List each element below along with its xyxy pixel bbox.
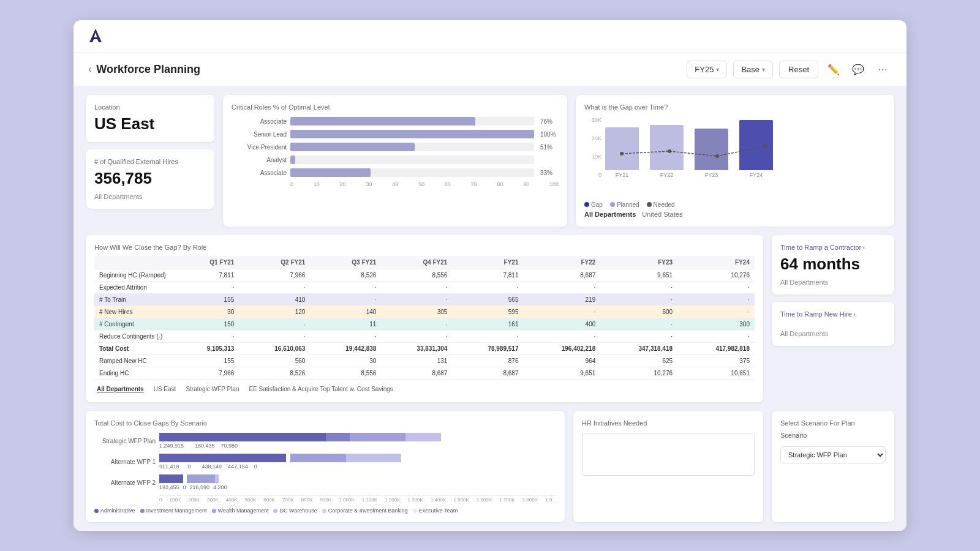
hr-initiatives-title: HR Initiatives Needed: [582, 419, 755, 427]
back-button[interactable]: ‹: [88, 64, 91, 75]
ramp-hire-link[interactable]: Time to Ramp New Hire ›: [780, 310, 886, 318]
close-gap-table-wrap: Q1 FY21 Q2 FY21 Q3 FY21 Q4 FY21 FY21 FY2…: [94, 256, 755, 380]
reset-button[interactable]: Reset: [779, 61, 818, 78]
scenario-legend: Administrative Investment Management Wea…: [94, 508, 556, 514]
filter-strategic[interactable]: Strategic WFP Plan: [183, 384, 241, 394]
col-header-label: [94, 256, 174, 269]
hires-value: 356,785: [94, 169, 206, 188]
location-title: Location: [94, 103, 206, 111]
table-row: # Contingent150·11·161400·300: [94, 318, 755, 331]
table-row: Expected Attrition········: [94, 282, 755, 294]
filter-us-east[interactable]: US East: [151, 384, 179, 394]
select-scenario-title: Select Scenario For Plan: [780, 419, 886, 427]
hr-initiatives-card: HR Initiatives Needed: [573, 411, 763, 522]
filter-all-depts[interactable]: All Departments: [94, 384, 146, 394]
scenario-chart: Strategic WFP Plan 1,249,915 180,435: [94, 433, 556, 514]
ramp-contractor-sub: All Departments: [780, 279, 886, 286]
col-header-fy24: FY24: [677, 256, 755, 269]
col-header-fy21: FY21: [452, 256, 523, 269]
scenario-row-2: Alternate WFP 1 911,418 0: [94, 454, 556, 470]
chevron-down-icon: ▾: [762, 66, 765, 73]
close-gap-title: How Will We Close the Gap? By Role: [94, 244, 755, 251]
critical-roles-card: Critical Roles % of Optimal Level Associ…: [223, 95, 567, 227]
scenario-row-1: Strategic WFP Plan 1,249,915 180,435: [94, 433, 556, 449]
comment-icon[interactable]: 💬: [849, 60, 867, 78]
close-gap-table: Q1 FY21 Q2 FY21 Q3 FY21 Q4 FY21 FY21 FY2…: [94, 256, 755, 380]
col-header-fy23: FY23: [600, 256, 677, 269]
header-right: FY25 ▾ Base ▾ Reset ✏️ 💬 ⋯: [687, 60, 892, 78]
scenario-row-3: Alternate WFP 2 192,455 0: [94, 474, 556, 490]
select-scenario-card: Select Scenario For Plan Scenario Strate…: [772, 411, 894, 522]
filter-ee[interactable]: EE Satisfaction & Acquire Top Talent w. …: [246, 384, 395, 394]
hires-sub: All Departments: [94, 193, 206, 200]
base-dropdown[interactable]: Base ▾: [733, 61, 773, 78]
location-card: Location US East: [86, 95, 214, 142]
chevron-down-icon: ▾: [716, 66, 719, 73]
gap-over-time-card: What is the Gap over Time? 30K20K10K0 FY…: [576, 95, 894, 227]
col-header-fy22: FY22: [523, 256, 600, 269]
critical-bar-row: Vice President51%: [232, 143, 559, 151]
hires-title: # of Qualified External Hires: [94, 158, 206, 165]
page-header: ‹ Workforce Planning FY25 ▾ Base ▾ Reset…: [74, 53, 907, 86]
col-header-q1fy21: Q1 FY21: [174, 256, 239, 269]
app-logo: [86, 26, 105, 46]
col-header-q4fy21: Q4 FY21: [381, 256, 452, 269]
fy-dropdown[interactable]: FY25 ▾: [687, 61, 727, 78]
critical-roles-title: Critical Roles % of Optimal Level: [232, 103, 559, 111]
scenario-card: Total Cost to Close Gaps By Scenario Str…: [86, 411, 565, 522]
table-filters: All Departments US East Strategic WFP Pl…: [94, 384, 755, 394]
critical-bar-row: Associate33%: [232, 168, 559, 177]
critical-bar-row: Analyst: [232, 156, 559, 164]
ramp-hire-sub: All Departments: [780, 330, 886, 337]
gap-filter-departments[interactable]: All Departments: [584, 211, 636, 218]
hires-card: # of Qualified External Hires 356,785 Al…: [86, 149, 214, 209]
gap-legend: Gap Planned Needed: [584, 201, 886, 208]
col-header-q2fy21: Q2 FY21: [239, 256, 310, 269]
col-header-q3fy21: Q3 FY21: [310, 256, 381, 269]
header-left: ‹ Workforce Planning: [88, 63, 200, 76]
scenario-select[interactable]: Strategic WFP Plan Alternate WFP 1 Alter…: [780, 446, 886, 463]
location-value: US East: [94, 114, 206, 133]
page-title: Workforce Planning: [96, 63, 200, 76]
hr-initiatives-textarea[interactable]: [582, 433, 755, 476]
critical-bar-row: Senior Lead100%: [232, 130, 559, 138]
table-row: # New Hires30120140305595·600·: [94, 306, 755, 318]
table-row: Beginning HC (Ramped)7,8117,9668,5268,55…: [94, 269, 755, 282]
close-gap-card: How Will We Close the Gap? By Role Q1 FY…: [86, 235, 763, 402]
ramp-hire-card: Time to Ramp New Hire › All Departments: [772, 302, 894, 346]
gap-title: What is the Gap over Time?: [584, 103, 886, 111]
scenario-title: Total Cost to Close Gaps By Scenario: [94, 419, 556, 427]
table-row: Total Cost9,105,31316,610,06319,442,8383…: [94, 343, 755, 355]
critical-bar-row: Associate76%: [232, 117, 559, 126]
table-row: Ramped New HC15556030131876964625375: [94, 355, 755, 367]
content-area: Location US East # of Qualified External…: [74, 86, 907, 531]
gap-chart: 30K20K10K0 FY21 FY22: [584, 117, 886, 218]
ramp-contractor-link[interactable]: Time to Ramp a Contractor ›: [780, 244, 886, 251]
scenario-label-text: Scenario: [780, 432, 886, 439]
table-row: # To Train155410··565219··: [94, 294, 755, 306]
more-icon[interactable]: ⋯: [873, 60, 892, 78]
gap-filter-us[interactable]: United States: [642, 211, 682, 218]
table-row: Ending HC7,9668,5268,5568,6878,6879,6511…: [94, 367, 755, 380]
ramp-contractor-value: 64 months: [780, 255, 886, 274]
gap-filters: All Departments United States: [584, 211, 886, 218]
ramp-contractor-card: Time to Ramp a Contractor › 64 months Al…: [772, 235, 894, 294]
table-row: Reduce Contingents (-)········: [94, 331, 755, 343]
edit-icon[interactable]: ✏️: [824, 60, 843, 78]
critical-roles-chart: Associate76%Senior Lead100%Vice Presiden…: [232, 117, 559, 187]
